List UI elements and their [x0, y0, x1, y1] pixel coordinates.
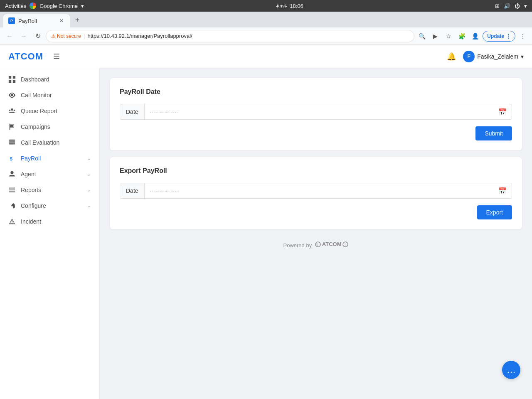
- back-button[interactable]: ←: [3, 30, 16, 42]
- gear-icon: [8, 202, 16, 209]
- time-prefix: ቆጠሩ: [276, 2, 287, 9]
- footer-powered-by: Powered by: [283, 242, 312, 249]
- sidebar-item-dashboard[interactable]: Dashboard: [0, 71, 99, 87]
- app-header-right: 🔔 F Fasika_Zelalem ▾: [445, 50, 524, 63]
- os-bar-dropdown-icon[interactable]: ▾: [81, 3, 84, 9]
- forward-button[interactable]: →: [17, 30, 30, 42]
- warning-icon: ⚠: [51, 33, 56, 39]
- table-icon: [8, 139, 16, 146]
- address-separator: |: [84, 33, 85, 39]
- app-logo: ATCOM: [8, 51, 43, 62]
- update-menu-icon: ⋮: [506, 33, 511, 39]
- sidebar-item-label: Call Monitor: [21, 92, 91, 99]
- export-payroll-actions: Export: [120, 205, 512, 219]
- export-date-input[interactable]: [145, 183, 493, 198]
- bookmark-button[interactable]: ☆: [443, 30, 454, 42]
- svg-text:((: ((: [316, 243, 318, 246]
- address-bar[interactable]: ⚠ Not secure | https://10.43.92.1/manage…: [46, 30, 414, 42]
- cast-button[interactable]: ▶: [429, 30, 441, 42]
- svg-rect-8: [9, 188, 15, 189]
- app-name-label: Google Chrome: [39, 3, 78, 9]
- payroll-date-card: PayRoll Date Date 📅 Submit: [110, 78, 522, 150]
- export-button[interactable]: Export: [477, 205, 512, 219]
- activities-label[interactable]: Activities: [5, 3, 26, 9]
- app-header-left: ATCOM ☰: [8, 50, 63, 63]
- sidebar-item-label: Incident: [21, 218, 91, 225]
- svg-rect-9: [9, 190, 15, 190]
- sidebar-item-incident[interactable]: Incident: [0, 214, 99, 229]
- sidebar-item-payroll[interactable]: $ PayRoll ⌄: [0, 150, 99, 166]
- calendar-icon[interactable]: 📅: [493, 187, 512, 195]
- os-bar-right: ⊞ 🔊 ⏻ ▾: [495, 3, 527, 9]
- payroll-date-input[interactable]: [145, 104, 493, 119]
- flag-icon: [8, 123, 16, 131]
- svg-rect-4: [9, 140, 15, 141]
- chevron-down-icon: ⌄: [87, 171, 91, 177]
- main-layout: Dashboard Call Monitor Queue Report Camp…: [0, 68, 532, 399]
- sidebar: Dashboard Call Monitor Queue Report Camp…: [0, 68, 100, 399]
- user-chevron-icon: ▾: [521, 53, 524, 60]
- sidebar-item-call-monitor[interactable]: Call Monitor: [0, 87, 99, 103]
- user-name-label: Fasika_Zelalem: [477, 53, 518, 60]
- payroll-date-label: Date: [120, 104, 145, 119]
- submit-button[interactable]: Submit: [475, 126, 512, 140]
- person-icon: [8, 170, 16, 178]
- calendar-icon[interactable]: 📅: [493, 108, 512, 116]
- svg-text:$: $: [10, 156, 13, 161]
- sidebar-item-label: Configure: [21, 202, 82, 209]
- not-secure-label: Not secure: [57, 33, 81, 39]
- svg-text:)): )): [345, 243, 347, 246]
- payroll-date-actions: Submit: [120, 126, 512, 140]
- app-wrapper: ATCOM ☰ 🔔 F Fasika_Zelalem ▾ Dashboard: [0, 45, 532, 399]
- hamburger-button[interactable]: ☰: [50, 50, 63, 63]
- dashboard-icon: [8, 76, 16, 83]
- svg-rect-6: [9, 143, 15, 145]
- sidebar-item-label: Queue Report: [21, 108, 91, 114]
- os-bar-left: Activities Google Chrome ▾: [5, 2, 84, 9]
- avatar-initial: F: [468, 54, 470, 59]
- svg-rect-1: [13, 76, 15, 79]
- svg-rect-0: [9, 76, 11, 79]
- chat-bubble-button[interactable]: …: [502, 361, 520, 379]
- browser-chrome: P PayRoll ✕ + ← → ↻ ⚠ Not secure | https…: [0, 12, 532, 45]
- export-date-label: Date: [120, 183, 145, 198]
- update-button[interactable]: Update ⋮: [483, 31, 515, 42]
- notification-bell-button[interactable]: 🔔: [445, 50, 458, 63]
- os-bar-center: ቆጠሩ 18:06: [276, 2, 303, 9]
- chevron-down-icon: ⌄: [87, 187, 91, 193]
- search-button[interactable]: 🔍: [416, 30, 428, 42]
- new-tab-button[interactable]: +: [71, 14, 83, 26]
- os-bar: Activities Google Chrome ▾ ቆጠሩ 18:06 ⊞ 🔊…: [0, 0, 532, 12]
- sidebar-item-call-evaluation[interactable]: Call Evaluation: [0, 135, 99, 150]
- sidebar-item-queue-report[interactable]: Queue Report: [0, 103, 99, 119]
- time-label: 18:06: [290, 3, 303, 9]
- url-text: https://10.43.92.1/manager/Payrollapprov…: [87, 33, 192, 39]
- sidebar-item-label: Agent: [21, 171, 82, 177]
- sidebar-item-label: Call Evaluation: [21, 139, 91, 146]
- svg-rect-5: [9, 141, 15, 143]
- export-payroll-card: Export PayRoll Date 📅 Export: [110, 157, 522, 229]
- os-chevron-icon[interactable]: ▾: [524, 3, 527, 9]
- sidebar-item-agent[interactable]: Agent ⌄: [0, 166, 99, 182]
- sidebar-item-configure[interactable]: Configure ⌄: [0, 198, 99, 214]
- eye-icon: [8, 91, 16, 99]
- update-label: Update: [487, 33, 504, 39]
- chat-icon: …: [507, 365, 516, 375]
- reload-button[interactable]: ↻: [32, 30, 44, 42]
- power-icon[interactable]: ⏻: [515, 3, 520, 9]
- nav-actions: 🔍 ▶ ☆ 🧩 👤 Update ⋮ ⋮: [416, 30, 529, 42]
- sidebar-item-reports[interactable]: Reports ⌄: [0, 182, 99, 198]
- warning-icon: [8, 218, 16, 225]
- footer-brand: ATCOM: [322, 241, 342, 247]
- svg-rect-2: [9, 80, 11, 83]
- sidebar-item-campaigns[interactable]: Campaigns: [0, 119, 99, 135]
- nav-bar: ← → ↻ ⚠ Not secure | https://10.43.92.1/…: [0, 27, 532, 45]
- tab-close-button[interactable]: ✕: [58, 17, 65, 24]
- menu-button[interactable]: ⋮: [517, 30, 529, 42]
- export-date-row: Date 📅: [120, 183, 512, 199]
- active-tab[interactable]: P PayRoll ✕: [3, 14, 70, 27]
- extensions-button[interactable]: 🧩: [456, 30, 468, 42]
- profile-picture-button[interactable]: 👤: [469, 30, 481, 42]
- volume-icon[interactable]: 🔊: [504, 3, 510, 9]
- user-menu-button[interactable]: F Fasika_Zelalem ▾: [463, 51, 524, 62]
